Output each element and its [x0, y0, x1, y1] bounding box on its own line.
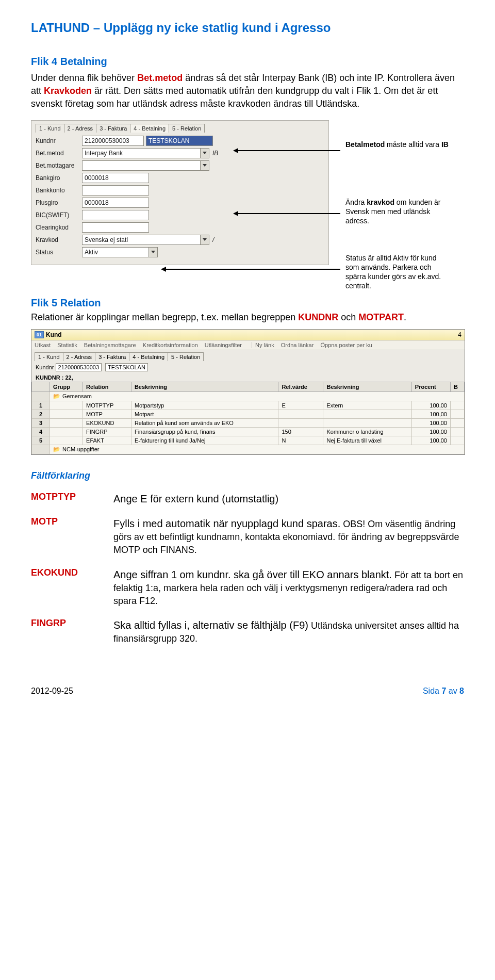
tab-kund[interactable]: 1 - Kund	[36, 124, 64, 133]
text: Relationer är kopplingar mellan begrepp,…	[31, 312, 298, 322]
cell-procent: 100,00	[411, 401, 450, 410]
col-b: B	[451, 382, 465, 391]
grid-rownum: 5	[32, 436, 50, 445]
toolbar-betalningsmottagare[interactable]: Betalningsmottagare	[84, 342, 136, 348]
tab2-relation[interactable]: 5 - Relation	[168, 352, 204, 361]
col-relvarde: Rel.värde	[278, 382, 323, 391]
grid-panel: 01 Kund 4 Utkast Statistik Betalningsmot…	[31, 329, 465, 455]
footer-date: 2012-09-25	[31, 687, 73, 696]
kundnamn-field-2[interactable]: TESTSKOLAN	[105, 363, 148, 371]
tab-betalning[interactable]: 4 - Betalning	[130, 124, 169, 133]
label-kundnr-2: Kundnr	[36, 364, 54, 370]
cell-beskrivning2	[323, 418, 411, 427]
label-plusgiro: Plusgiro	[36, 199, 82, 206]
text: Sida	[423, 687, 441, 695]
text: kravkod	[367, 198, 394, 206]
group-label: Gemensam	[62, 393, 92, 399]
cell-relation: EKOKUND	[83, 418, 131, 427]
cell-relvarde: N	[278, 436, 323, 445]
tab-faktura[interactable]: 3 - Faktura	[96, 124, 130, 133]
betmetod-dropdown-icon[interactable]	[201, 148, 209, 158]
kundnamn-field[interactable]: TESTSKOLAN	[146, 136, 213, 146]
bankkonto-field[interactable]	[82, 185, 149, 195]
kravkod-code: /	[212, 236, 214, 243]
col-beskrivning2: Beskrivning	[323, 382, 411, 391]
kundnr-summary: KUNDNR : 22,	[31, 373, 465, 382]
label-clearingkod: Clearingkod	[36, 224, 82, 231]
betmottagare-field[interactable]	[82, 160, 201, 171]
toolbar: Utkast Statistik Betalningsmottagare Kre…	[31, 340, 465, 350]
page-num: 7	[441, 687, 446, 695]
tab-adress[interactable]: 2 - Adress	[64, 124, 97, 133]
col-beskrivning: Beskrivning	[131, 382, 278, 391]
table-row[interactable]: 4 FINGRP Finansiärsgrupp på kund, finans…	[32, 427, 465, 436]
cell-beskrivning: Relation på kund som används av EKO	[131, 418, 278, 427]
section-4-paragraph: Under denna flik behöver Bet.metod ändra…	[31, 72, 464, 111]
cell-procent: 100,00	[411, 436, 450, 445]
callout-status: Status är alltid Aktiv för kund som anvä…	[345, 253, 449, 291]
toolbar-utkast[interactable]: Utkast	[35, 342, 51, 348]
cell-relvarde	[278, 418, 323, 427]
desc-motp: Fylls i med automatik när nyupplagd kund…	[113, 516, 464, 557]
table-row[interactable]: 3 EKOKUND Relation på kund som används a…	[32, 418, 465, 427]
text: IB	[441, 140, 449, 149]
col-grupp: Grupp	[50, 382, 83, 391]
tab-relation[interactable]: 5 - Relation	[169, 124, 205, 133]
tab2-faktura[interactable]: 3 - Faktura	[95, 352, 129, 361]
bankgiro-field[interactable]: 0000018	[82, 173, 149, 183]
label-bankkonto: Bankkonto	[36, 187, 82, 194]
kravkod-dropdown-icon[interactable]	[201, 235, 209, 245]
cell-relation: EFAKT	[83, 436, 131, 445]
text: Ska alltid fyllas i, alternativ se fälth…	[113, 619, 308, 631]
keyword-betmetod: Bet.metod	[137, 73, 183, 83]
betmetod-field[interactable]: Interpay Bank	[82, 148, 201, 158]
tab2-betalning[interactable]: 4 - Betalning	[129, 352, 168, 361]
group-ncm[interactable]: 📂NCM-uppgifter	[50, 445, 465, 454]
status-field[interactable]: Aktiv	[82, 247, 149, 257]
text: .	[404, 312, 406, 322]
arrow-icon	[237, 150, 340, 151]
callout-kravkod: Ändra kravkod om kunden är Svensk men me…	[345, 198, 449, 226]
grid-rownum: 1	[32, 401, 50, 410]
footer-page: Sida 7 av 8	[423, 687, 464, 696]
toolbar-utlasningsfilter[interactable]: Utläsningsfilter	[205, 342, 242, 348]
toolbar-nylank[interactable]: Ny länk	[255, 342, 274, 348]
tab-strip: 1 - Kund2 - Adress3 - Faktura4 - Betalni…	[36, 124, 324, 133]
toolbar-oppnaposter[interactable]: Öppna poster per ku	[320, 342, 372, 348]
cell-beskrivning2: Nej E-faktura till växel	[323, 436, 411, 445]
betmottagare-dropdown-icon[interactable]	[201, 160, 209, 171]
table-row[interactable]: 1 MOTPTYP Motpartstyp E Extern 100,00	[32, 401, 465, 410]
kundnr-field[interactable]: 2120000530003	[82, 136, 144, 146]
grid-rownum	[32, 391, 50, 401]
tab2-kund[interactable]: 1 - Kund	[35, 352, 63, 361]
table-row[interactable]: 2 MOTP Motpart 100,00	[32, 410, 465, 418]
toolbar-ordnalankar[interactable]: Ordna länkar	[281, 342, 314, 348]
text: är rätt. Den sätts med automatik utifrån…	[31, 86, 438, 109]
col-num	[32, 382, 50, 391]
cell-beskrivning: Motpart	[131, 410, 278, 418]
form-panel: 1 - Kund2 - Adress3 - Faktura4 - Betalni…	[31, 120, 329, 265]
term-ekokund: EKOKUND	[31, 567, 113, 608]
bicswift-field[interactable]	[82, 210, 149, 220]
kundnr-field-2[interactable]: 2120000530003	[56, 363, 102, 371]
term-fingrp: FINGRP	[31, 618, 113, 645]
doc-title: LATHUND – Upplägg ny icke statlig kund i…	[31, 21, 464, 35]
toolbar-statistik[interactable]: Statistik	[57, 342, 77, 348]
clearingkod-field[interactable]	[82, 222, 149, 233]
label-bicswift: BIC(SWIFT)	[36, 211, 82, 219]
group-gemensam[interactable]: 📂Gemensam	[50, 391, 465, 401]
plusgiro-field[interactable]: 0000018	[82, 198, 149, 208]
field-explanation-heading: Fältförklaring	[31, 470, 464, 481]
folder-icon: 📂	[53, 393, 60, 399]
kravkod-field[interactable]: Svenska ej statl	[82, 235, 201, 245]
tab2-adress[interactable]: 2 - Adress	[63, 352, 96, 361]
toolbar-kreditkortsinformation[interactable]: Kreditkortsinformation	[143, 342, 198, 348]
grid-rownum	[32, 445, 50, 454]
scroll-indicator: 4	[458, 331, 461, 338]
folder-icon: 📂	[53, 446, 60, 452]
grid-rownum: 3	[32, 418, 50, 427]
arrow-icon	[165, 269, 340, 270]
status-dropdown-icon[interactable]	[149, 247, 158, 257]
table-row[interactable]: 5 EFAKT E-fakturering till kund Ja/Nej N…	[32, 436, 465, 445]
page-footer: 2012-09-25 Sida 7 av 8	[31, 687, 464, 696]
